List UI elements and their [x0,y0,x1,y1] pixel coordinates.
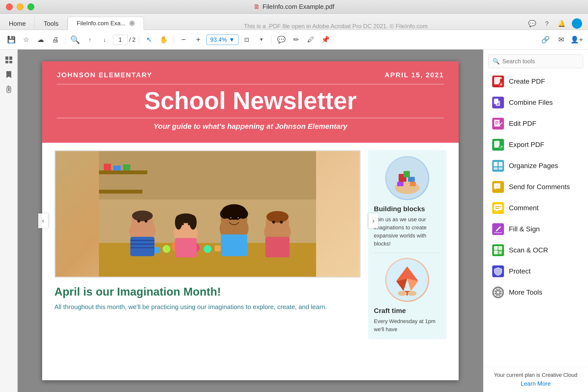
share-link-button[interactable]: 🔗 [539,33,552,46]
craft-time-title: Craft time [374,307,440,315]
zoom-dropdown-icon: ▼ [229,36,235,43]
fill-sign-tool[interactable]: Fill & Sign [486,219,585,240]
svg-point-18 [203,245,211,253]
next-page-button[interactable]: ↓ [98,33,111,46]
svg-rect-74 [500,77,502,79]
search-text-button[interactable]: 🔍 [69,33,82,46]
print-button[interactable]: 🖨 [49,33,62,46]
craft-time-image [385,258,429,302]
svg-text:+: + [500,82,502,86]
home-tab[interactable]: Home [0,18,35,30]
send-for-comments-tool[interactable]: → Send for Comments [486,176,585,197]
window-title: 🗎 FileInfo.com Example.pdf [254,3,334,10]
export-pdf-tool[interactable]: ↗ Export PDF [486,134,585,155]
pdf-scroll-area[interactable]: JOHNSON ELEMENTARY APRIL 15, 2021 School… [18,56,483,386]
zoom-in-button[interactable]: + [192,33,204,46]
comment-tool[interactable]: Comment [486,198,585,218]
building-blocks-image [385,156,429,200]
search-tools-container[interactable]: 🔍 [488,54,583,68]
main-layout: ‹ › JOHNSON ELEMENTARY APRIL 15, 2021 Sc… [0,50,588,392]
svg-rect-61 [408,177,415,182]
zoom-level: 93.4% [210,36,227,43]
send-for-comments-label: Send for Comments [509,183,570,191]
traffic-lights [6,4,34,10]
maximize-button[interactable] [27,4,34,10]
svg-line-84 [500,123,502,125]
svg-rect-91 [494,167,498,170]
create-pdf-tool[interactable]: + Create PDF [486,71,585,92]
svg-point-38 [182,223,184,225]
active-tab[interactable]: FileInfo.com Exa... × [68,17,144,30]
edit-pdf-label: Edit PDF [509,120,536,128]
user-avatar[interactable] [572,18,582,29]
save-button[interactable]: 💾 [5,33,18,46]
comment-label: Comment [509,204,539,212]
hand-tool-button[interactable]: ✋ [157,33,170,46]
edit-pdf-tool[interactable]: Edit PDF [486,113,585,134]
notification-icon[interactable]: 🔔 [557,19,566,28]
svg-rect-10 [123,164,130,170]
close-button[interactable] [6,4,13,10]
zoom-selector[interactable]: 93.4% ▼ [206,34,238,45]
more-tools-tool[interactable]: More Tools [486,282,585,303]
help-icon[interactable]: ? [542,19,551,28]
fill-sign-icon [492,223,504,235]
prev-page-button[interactable]: ↑ [84,33,96,46]
svg-rect-96 [495,206,501,207]
svg-rect-3 [9,61,12,63]
search-tools-input[interactable] [502,58,579,65]
tools-list: + Create PDF + Combine Files [483,71,588,303]
pen-button[interactable]: ✏ [290,33,302,46]
bookmark-button[interactable]: ☆ [19,33,32,46]
highlight-button[interactable]: 🖊 [304,33,317,46]
svg-point-30 [137,220,140,223]
fit-page-button[interactable]: ⊡ [240,33,253,46]
combine-files-tool[interactable]: + Combine Files [486,92,585,113]
add-user-button[interactable]: 👤+ [570,33,583,46]
pdf-header: JOHNSON ELEMENTARY APRIL 15, 2021 School… [42,61,459,143]
toolbar-separator-4 [271,35,271,45]
more-tools-icon [492,286,504,298]
svg-rect-82 [495,122,499,123]
fit-page-dropdown-button[interactable]: ▼ [255,33,268,46]
scroll-left-arrow[interactable]: ‹ [38,214,48,228]
select-tool-button[interactable]: ↖ [143,33,155,46]
upload-button[interactable]: ☁ [34,33,47,46]
minimize-button[interactable] [17,4,23,10]
title-bar: 🗎 FileInfo.com Example.pdf [0,0,588,14]
scroll-right-arrow[interactable]: › [369,214,378,228]
total-pages: 2 [132,36,136,43]
left-sidebar [0,50,18,392]
toolbar-separator-3 [174,35,174,45]
bookmarks-panel-button[interactable] [2,68,15,81]
svg-rect-64 [397,182,403,186]
svg-rect-100 [498,246,502,250]
plan-info-section: Your current plan is Creative Cloud Lear… [483,367,588,392]
current-page-input[interactable]: 1 [113,34,128,45]
annotate-button[interactable]: 💬 [275,33,288,46]
attachments-panel-button[interactable] [2,83,15,96]
message-icon[interactable]: 💬 [528,19,537,28]
protect-tool[interactable]: Protect [486,261,585,282]
svg-rect-33 [175,238,197,257]
tab-close-button[interactable]: × [129,20,135,26]
svg-rect-9 [113,166,121,170]
imagination-month-title: April is our Imagination Month! [54,285,361,298]
thumbnails-panel-button[interactable] [2,54,15,66]
pdf-left-column: April is our Imagination Month! All thro… [54,150,361,339]
scan-ocr-tool[interactable]: Scan & OCR [486,240,585,260]
svg-rect-63 [410,182,416,186]
stamp-button[interactable]: 📌 [319,33,332,46]
zoom-out-button[interactable]: − [177,33,190,46]
learn-more-link[interactable]: Learn More [489,380,582,387]
page-indicator: 1 / 2 [113,34,136,45]
organize-pages-tool[interactable]: Organize Pages [486,156,585,176]
fill-sign-label: Fill & Sign [509,225,540,233]
svg-rect-0 [5,56,8,60]
svg-rect-97 [495,208,499,209]
tools-tab[interactable]: Tools [35,18,68,30]
svg-point-106 [497,291,499,294]
svg-rect-7 [99,190,142,194]
email-button[interactable]: ✉ [555,33,568,46]
pdf-page: JOHNSON ELEMENTARY APRIL 15, 2021 School… [42,61,459,380]
